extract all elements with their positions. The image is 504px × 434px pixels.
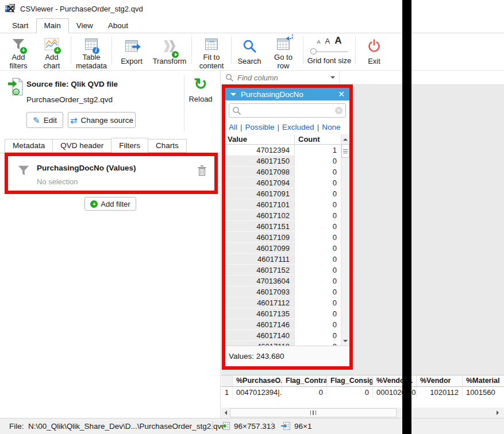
search-button[interactable]: Search xyxy=(233,33,266,70)
table-metadata-button[interactable]: i Table metadata xyxy=(73,33,110,70)
search-icon xyxy=(242,35,257,57)
grid-column-header[interactable]: Flag_Contra... xyxy=(282,375,327,386)
filter-card[interactable]: PurchasingDocNo (Values) No selection xyxy=(8,156,214,191)
value-row[interactable]: 460170940 xyxy=(225,177,341,188)
export-button[interactable]: Export xyxy=(114,33,149,70)
value-list: 4701239414601715004601709804601709404601… xyxy=(225,145,341,346)
value-row[interactable]: 460170980 xyxy=(225,166,341,177)
value-row[interactable]: 460171520 xyxy=(225,265,341,276)
value-row[interactable]: 470136040 xyxy=(225,276,341,286)
value-row[interactable]: 460171500 xyxy=(225,156,341,166)
add-filter-button[interactable]: + Add filter xyxy=(84,197,136,211)
grid-data-row[interactable]: 10047012394|...0000010201|01020112100156… xyxy=(221,387,504,398)
link-none[interactable]: None xyxy=(322,123,340,131)
tab-charts[interactable]: Charts xyxy=(148,139,187,153)
add-chart-button[interactable]: + Add chart xyxy=(34,33,69,70)
source-file-name: PurchaseOrder_stg2.qvd xyxy=(26,95,113,104)
ribbon-group-separator xyxy=(111,36,112,64)
change-source-button[interactable]: ⇄ Change source xyxy=(68,112,136,128)
scroll-right-icon[interactable] xyxy=(493,408,502,418)
value-row[interactable]: 460171020 xyxy=(225,210,341,221)
popup-search-input[interactable] xyxy=(243,104,337,117)
qvd-file-icon: Q xyxy=(7,78,25,98)
go-to-row-button[interactable]: Go to row xyxy=(266,33,301,70)
link-possible[interactable]: Possible xyxy=(245,123,275,131)
menu-about[interactable]: About xyxy=(101,19,136,33)
value-row[interactable]: 460171120 xyxy=(225,297,341,308)
grid-column-header[interactable]: Flag_Consig... xyxy=(327,375,373,386)
value-cell: 46017146 xyxy=(225,319,295,330)
grid-column-header[interactable]: %Vendor xyxy=(417,375,463,386)
reload-button[interactable]: ↻ Reload xyxy=(184,75,217,103)
value-row[interactable]: 460171460 xyxy=(225,319,341,330)
value-row[interactable]: 460171180 xyxy=(225,341,341,346)
data-grid: %PurchaseO...Flag_Contra...Flag_Consig..… xyxy=(221,375,504,408)
filter-card-selection: No selection xyxy=(37,177,78,186)
count-cell: 0 xyxy=(295,330,341,341)
reload-icon: ↻ xyxy=(184,75,217,94)
count-cell: 0 xyxy=(295,265,341,276)
popup-header[interactable]: PurchasingDocNo ✕ xyxy=(225,88,349,100)
edit-button[interactable]: ✎ Edit xyxy=(26,112,63,128)
hscrollbar-thumb[interactable] xyxy=(230,408,397,417)
fit-to-content-button[interactable]: ↔ Fit to content xyxy=(194,33,229,70)
add-filters-button[interactable]: + Add filters xyxy=(2,33,34,70)
scroll-down-icon[interactable] xyxy=(341,336,349,346)
value-row[interactable]: 460171510 xyxy=(225,221,341,232)
grid-font-size-control[interactable]: A A A Grid font size xyxy=(305,33,353,70)
find-column-input[interactable] xyxy=(236,72,325,84)
clear-icon[interactable]: ✕ xyxy=(335,107,343,114)
value-cell: 46017099 xyxy=(225,243,295,254)
scrollbar-thumb[interactable] xyxy=(341,144,349,158)
value-row[interactable]: 470123941 xyxy=(225,145,341,156)
value-row[interactable]: 460171400 xyxy=(225,330,341,341)
count-column-header[interactable]: Count xyxy=(295,134,341,144)
close-button[interactable] xyxy=(0,0,21,17)
value-row[interactable]: 460171350 xyxy=(225,308,341,319)
value-row[interactable]: 460170990 xyxy=(225,243,341,254)
slider-knob[interactable] xyxy=(310,48,317,55)
value-cell: 46017135 xyxy=(225,308,295,319)
value-row[interactable]: 460171090 xyxy=(225,232,341,243)
menu-view[interactable]: View xyxy=(69,19,101,33)
value-row[interactable]: 460171110 xyxy=(225,254,341,265)
chevron-down-icon[interactable] xyxy=(330,76,335,79)
horizontal-scrollbar[interactable] xyxy=(221,408,504,418)
value-row[interactable]: 460171010 xyxy=(225,199,341,210)
value-row[interactable]: 460170910 xyxy=(225,188,341,199)
power-icon xyxy=(367,35,382,57)
panel-splitter[interactable] xyxy=(220,71,221,418)
link-all[interactable]: All xyxy=(229,123,237,131)
title-bar: CSViewer - PurchaseOrder_stg2.qvd xyxy=(0,0,504,17)
tab-metadata[interactable]: Metadata xyxy=(5,139,53,153)
transform-button[interactable]: Transform xyxy=(149,33,190,70)
grid-column-header[interactable]: %Material xyxy=(463,375,504,386)
value-cell: 46017101 xyxy=(225,199,295,210)
collapse-triangle-icon[interactable] xyxy=(230,93,236,96)
exit-button[interactable]: Exit xyxy=(357,33,391,70)
popup-footer: Values: 243.680 xyxy=(225,346,349,366)
menu-main[interactable]: Main xyxy=(36,18,69,33)
scroll-up-icon[interactable] xyxy=(341,134,349,144)
vertical-scrollbar[interactable] xyxy=(341,134,349,346)
value-cell: 46017094 xyxy=(225,177,295,188)
menu-start[interactable]: Start xyxy=(5,19,36,33)
font-size-slider[interactable] xyxy=(310,48,348,55)
trash-icon[interactable] xyxy=(197,165,207,178)
grid-column-header[interactable]: %PurchaseO... xyxy=(233,375,282,386)
value-cell: 46017091 xyxy=(225,188,295,199)
tab-qvd-header[interactable]: QVD header xyxy=(52,139,111,153)
tab-filters[interactable]: Filters xyxy=(111,138,148,153)
go-to-row-icon xyxy=(277,35,290,53)
scroll-left-icon[interactable] xyxy=(221,408,230,418)
link-excluded[interactable]: Excluded xyxy=(282,123,314,131)
value-column-header[interactable]: Value xyxy=(225,134,295,144)
filter-card-title: PurchasingDocNo (Values) xyxy=(37,164,136,172)
popup-close-icon[interactable]: ✕ xyxy=(338,88,345,100)
svg-text:Q: Q xyxy=(14,90,18,95)
grid-column-header[interactable] xyxy=(221,375,233,386)
count-cell: 0 xyxy=(295,308,341,319)
popup-search-box[interactable]: ✕ xyxy=(229,103,346,118)
plus-icon: + xyxy=(90,200,98,208)
value-row[interactable]: 460170930 xyxy=(225,286,341,297)
